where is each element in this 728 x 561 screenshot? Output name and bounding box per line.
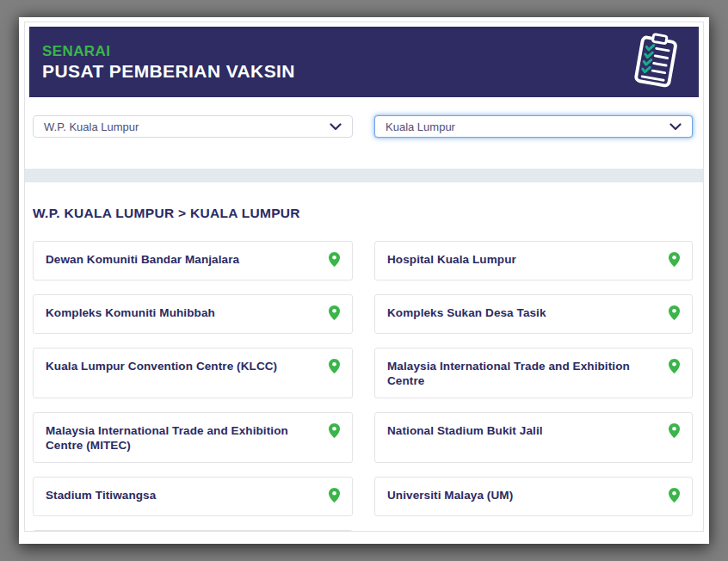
- map-pin-icon[interactable]: [669, 423, 680, 441]
- map-pin-icon[interactable]: [669, 488, 680, 506]
- centre-name: Universiti Malaya (UM): [387, 488, 513, 502]
- page-card: SENARAI PUSAT PEMBERIAN VAKSIN: [19, 17, 709, 544]
- centre-name: Malaysia International Trade and Exhibit…: [387, 359, 660, 388]
- map-pin-icon[interactable]: [329, 359, 340, 377]
- map-pin-icon[interactable]: [669, 252, 680, 270]
- centre-card[interactable]: Dewan Komuniti Bandar Manjalara: [33, 241, 353, 280]
- page-title: SENARAI PUSAT PEMBERIAN VAKSIN: [42, 43, 295, 82]
- centre-card[interactable]: Kompleks Komuniti Muhibbah: [33, 294, 353, 334]
- centre-card[interactable]: Hospital Kuala Lumpur: [374, 241, 693, 280]
- centre-card[interactable]: Malaysia International Trade and Exhibit…: [374, 348, 693, 398]
- centre-name: Kompleks Komuniti Muhibbah: [46, 305, 215, 320]
- map-pin-icon[interactable]: [669, 359, 680, 377]
- centre-card[interactable]: Malaysia International Trade and Exhibit…: [33, 412, 353, 463]
- breadcrumb-separator: >: [178, 206, 186, 220]
- centre-name: Malaysia International Trade and Exhibit…: [46, 423, 320, 453]
- centre-card[interactable]: National Stadium Bukit Jalil: [374, 412, 693, 463]
- content-container: SENARAI PUSAT PEMBERIAN VAKSIN: [24, 22, 704, 532]
- map-pin-icon[interactable]: [329, 252, 340, 270]
- breadcrumb-state: W.P. KUALA LUMPUR: [33, 206, 174, 220]
- state-select-value: W.P. Kuala Lumpur: [44, 120, 139, 133]
- breadcrumb-district: KUALA LUMPUR: [190, 206, 300, 220]
- divider-band: [25, 169, 703, 182]
- filter-bar: W.P. Kuala Lumpur Kuala Lumpur: [25, 115, 703, 138]
- centres-grid: Dewan Komuniti Bandar Manjalara Hospital…: [33, 241, 693, 532]
- state-select[interactable]: W.P. Kuala Lumpur: [33, 115, 353, 138]
- centre-name: Kuala Lumpur Convention Centre (KLCC): [46, 359, 277, 373]
- map-pin-icon[interactable]: [329, 488, 340, 506]
- chevron-down-icon: [669, 119, 682, 134]
- breadcrumb: W.P. KUALA LUMPUR > KUALA LUMPUR: [33, 206, 703, 221]
- centre-name: Dewan Komuniti Bandar Manjalara: [46, 252, 239, 267]
- district-select-value: Kuala Lumpur: [386, 120, 455, 133]
- centre-name: Kompleks Sukan Desa Tasik: [387, 305, 546, 320]
- chevron-down-icon: [330, 119, 342, 134]
- page-title-main: PUSAT PEMBERIAN VAKSIN: [42, 60, 295, 82]
- centre-name: National Stadium Bukit Jalil: [387, 423, 543, 438]
- centre-card[interactable]: Stadium Titiwangsa: [33, 477, 353, 516]
- map-pin-icon[interactable]: [329, 423, 340, 441]
- centre-card[interactable]: World Trade Centre KL (WTCKL): [33, 530, 353, 532]
- map-pin-icon[interactable]: [329, 305, 340, 324]
- centre-name: Hospital Kuala Lumpur: [387, 252, 516, 267]
- centre-card[interactable]: Kompleks Sukan Desa Tasik: [374, 294, 693, 334]
- map-pin-icon[interactable]: [669, 305, 680, 324]
- checklist-clipboard-icon: [627, 29, 685, 96]
- page-header: SENARAI PUSAT PEMBERIAN VAKSIN: [29, 27, 699, 97]
- centre-card[interactable]: Kuala Lumpur Convention Centre (KLCC): [33, 348, 353, 398]
- centre-name: Stadium Titiwangsa: [46, 488, 156, 502]
- page-title-kicker: SENARAI: [42, 43, 295, 60]
- centre-card[interactable]: Universiti Malaya (UM): [374, 477, 693, 516]
- district-select[interactable]: Kuala Lumpur: [374, 115, 693, 138]
